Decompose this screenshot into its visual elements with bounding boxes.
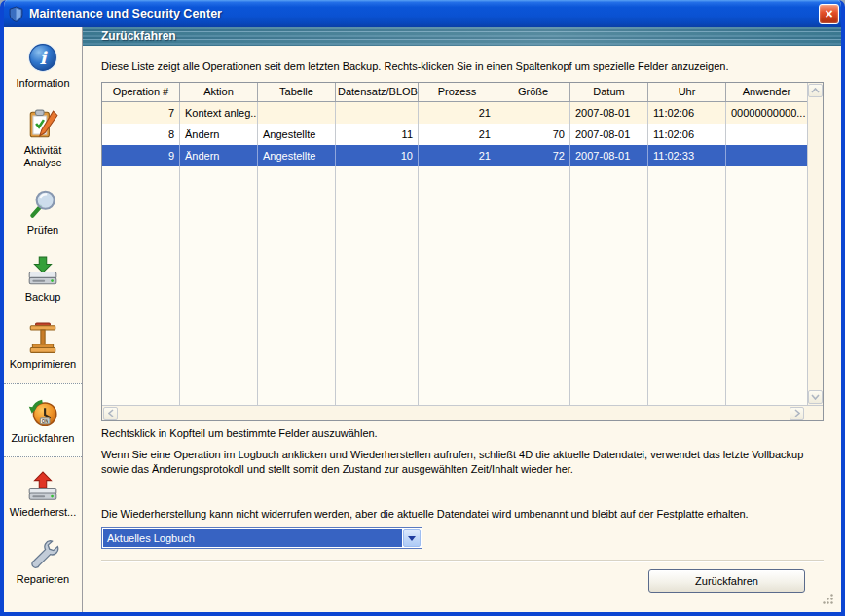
compact-icon (26, 322, 59, 355)
table-cell (336, 102, 419, 124)
table-cell (258, 102, 336, 124)
chevron-right-icon (794, 409, 800, 417)
column-header-prozess[interactable]: Prozess (419, 83, 496, 101)
table-cell: 11:02:06 (648, 102, 726, 124)
logbook-select[interactable]: Aktuelles Logbuch (101, 527, 422, 549)
column-header-groesse[interactable]: Größe (496, 83, 570, 101)
table-row[interactable]: 7 Kontext anleg... 21 2007-08-01 11:02:0… (102, 102, 807, 124)
chevron-left-icon (108, 409, 114, 417)
content-area: Diese Liste zeigt alle Operationen seit … (83, 46, 841, 612)
table-cell (496, 102, 570, 124)
table-cell: 21 (419, 145, 496, 166)
scroll-left-button[interactable] (103, 407, 118, 420)
table-cell (726, 124, 807, 145)
restore-icon (26, 470, 59, 503)
operations-table: Operation # Aktion Tabelle Datensatz/BLO… (101, 82, 824, 421)
sidebar-item-restore[interactable]: Wiederherst... (4, 464, 82, 525)
column-header-datensatz[interactable]: Datensatz/BLOB (336, 83, 419, 101)
table-cell: 11:02:33 (648, 145, 726, 166)
column-header-datum[interactable]: Datum (570, 83, 648, 101)
sidebar: i Information Aktivität Analyse (4, 27, 83, 612)
chevron-down-icon (811, 394, 820, 400)
horizontal-scrollbar[interactable] (102, 405, 823, 420)
sidebar-item-activity-analysis[interactable]: Aktivität Analyse (4, 102, 82, 175)
table-cell: Ändern (180, 145, 258, 166)
table-cell: 11:02:06 (648, 124, 726, 145)
table-empty-area (102, 166, 807, 405)
column-header-anwender[interactable]: Anwender (726, 83, 807, 101)
svg-text:ON: ON (42, 419, 49, 424)
table-row-selected[interactable]: 9 Ändern Angestellte 10 21 72 2007-08-01… (102, 145, 807, 166)
column-header-uhr[interactable]: Uhr (648, 83, 726, 101)
info-icon: i (26, 41, 59, 74)
table-cell (726, 145, 807, 166)
table-row[interactable]: 8 Ändern Angestellte 11 21 70 2007-08-01… (102, 124, 807, 145)
table-cell: 9 (102, 145, 180, 166)
sidebar-item-label: Zurückfahren (12, 432, 75, 445)
sidebar-item-label: Information (16, 77, 69, 90)
header-hint-text: Rechtsklick in Kopfteil um bestimmte Fel… (101, 427, 824, 439)
column-header-tabelle[interactable]: Tabelle (258, 83, 336, 101)
table-cell: 00000000000... (726, 102, 807, 124)
column-header-operation[interactable]: Operation # (102, 83, 180, 101)
repair-icon (26, 537, 59, 570)
table-cell: Kontext anleg... (180, 102, 258, 124)
rollback-explanation-text: Wenn Sie eine Operation im Logbuch ankli… (101, 448, 829, 477)
sidebar-item-label: Aktivität Analyse (6, 144, 80, 169)
table-cell: 8 (102, 124, 180, 145)
chevron-up-icon (811, 88, 820, 93)
table-cell: 10 (336, 145, 419, 166)
magnifier-icon (26, 188, 59, 221)
close-icon: × (825, 6, 832, 21)
sidebar-item-label: Komprimieren (10, 358, 76, 371)
sidebar-item-verify[interactable]: Prüfen (4, 182, 82, 242)
sidebar-item-label: Prüfen (27, 224, 58, 236)
scroll-up-button[interactable] (808, 84, 823, 97)
chevron-down-icon (408, 536, 416, 545)
table-cell: 21 (419, 124, 496, 145)
table-cell: Ändern (180, 124, 258, 145)
page-title: Zurückfahren (101, 29, 176, 43)
table-cell: 70 (496, 124, 570, 145)
scroll-right-button[interactable] (790, 407, 804, 420)
table-cell: 2007-08-01 (570, 102, 648, 124)
logbook-select-value: Aktuelles Logbuch (103, 529, 402, 547)
backup-icon (26, 255, 59, 288)
titlebar[interactable]: Maintenance und Security Center × (0, 0, 845, 27)
description-text: Diese Liste zeigt alle Operationen seit … (101, 59, 824, 73)
table-cell: 2007-08-01 (570, 124, 648, 145)
combo-dropdown-button[interactable] (403, 529, 421, 547)
sidebar-item-backup[interactable]: Backup (4, 249, 82, 309)
sidebar-item-repair[interactable]: Reparieren (4, 531, 82, 592)
sidebar-item-rollback[interactable]: ON Zurückfahren (4, 383, 82, 457)
section-header: Zurückfahren (83, 27, 841, 46)
window-title: Maintenance und Security Center (29, 7, 819, 20)
vertical-scrollbar[interactable] (807, 83, 823, 405)
sidebar-item-label: Reparieren (17, 573, 69, 586)
table-cell: 72 (496, 145, 570, 166)
shield-icon (8, 6, 24, 22)
close-button[interactable]: × (819, 4, 839, 24)
table-cell: 21 (419, 102, 496, 124)
maintenance-security-center-window: Maintenance und Security Center × i Info… (0, 0, 845, 616)
table-cell: Angestellte (258, 124, 336, 145)
activity-analysis-icon (26, 108, 59, 141)
sidebar-item-label: Wiederherst... (10, 506, 76, 519)
table-cell: 11 (336, 124, 419, 145)
rollback-icon: ON (26, 396, 59, 429)
rollback-button[interactable]: Zurückfahren (648, 569, 805, 593)
table-cell: 7 (102, 102, 180, 124)
scroll-down-button[interactable] (808, 390, 823, 404)
column-header-aktion[interactable]: Aktion (180, 83, 258, 101)
table-cell: 2007-08-01 (570, 145, 648, 166)
table-header-row: Operation # Aktion Tabelle Datensatz/BLO… (102, 83, 807, 102)
rollback-warning-text: Die Wiederherstellung kann nicht widerru… (101, 507, 829, 522)
resize-grip-icon[interactable] (822, 593, 834, 605)
sidebar-item-compact[interactable]: Komprimieren (4, 316, 82, 377)
sidebar-item-label: Backup (25, 291, 61, 304)
divider (101, 560, 824, 562)
sidebar-item-information[interactable]: i Information (4, 35, 82, 95)
table-cell: Angestellte (258, 145, 336, 166)
